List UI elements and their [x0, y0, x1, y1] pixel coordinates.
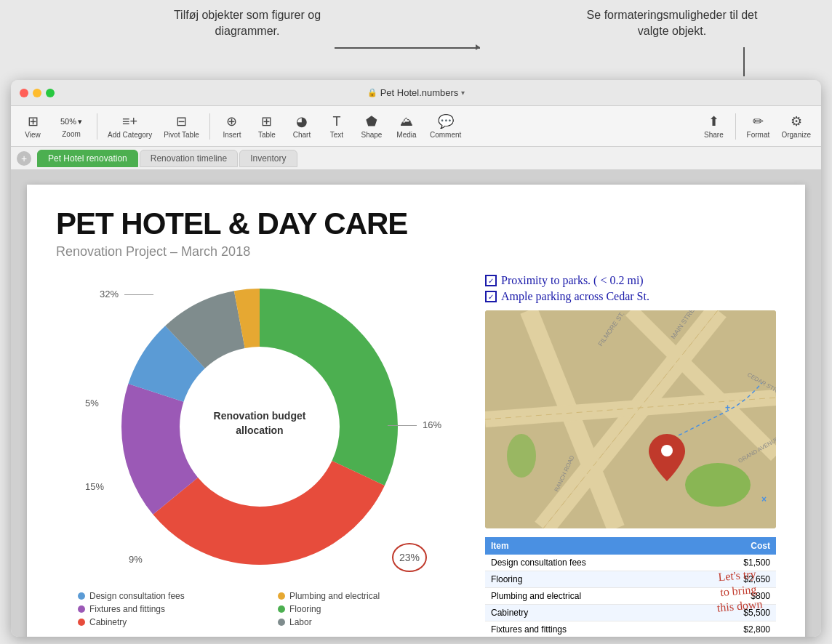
- pivot-table-label: Pivot Table: [164, 131, 199, 139]
- tabsbar: + Pet Hotel renovation Renovation timeli…: [11, 147, 821, 170]
- format-icon: ✏: [753, 113, 764, 129]
- chart-label: Chart: [293, 131, 311, 139]
- numbers-window: 🔒 Pet Hotel.numbers ▾ ⊞ View 50% ▾ Zoom …: [11, 80, 821, 637]
- titlebar: 🔒 Pet Hotel.numbers ▾: [11, 80, 821, 106]
- annotation-line-right: [743, 47, 745, 76]
- share-label: Share: [704, 131, 724, 139]
- comment-button[interactable]: 💬 Comment: [425, 110, 465, 142]
- map-svg: FILMORE ST. MAIN STREET CEDAR STREET RAN…: [485, 310, 776, 528]
- svg-text:×: ×: [761, 494, 767, 504]
- legend-item: Fixtures and fittings: [78, 604, 263, 614]
- canvas: PET HOTEL & DAY CARE Renovation Project …: [11, 170, 821, 637]
- legend-label: Design consultation fees: [89, 591, 185, 601]
- table-header-cost: Cost: [692, 537, 776, 555]
- hw-text-2: Ample parking across Cedar St.: [501, 290, 649, 303]
- hw-annotation: Let's try to bring this down: [714, 566, 764, 616]
- svg-text:allocation: allocation: [236, 424, 283, 436]
- legend-dot: [278, 619, 285, 626]
- window-title: 🔒 Pet Hotel.numbers ▾: [367, 87, 465, 98]
- table-button[interactable]: ⊞ Table: [251, 110, 283, 142]
- hw-checkbox-2[interactable]: ✓: [485, 291, 497, 302]
- legend-label: Flooring: [289, 604, 321, 614]
- title-chevron-icon[interactable]: ▾: [461, 89, 465, 97]
- shape-label: Shape: [361, 131, 382, 139]
- hw-line-2: ✓ Ample parking across Cedar St.: [485, 290, 776, 303]
- tab-renovation-timeline[interactable]: Renovation timeline: [140, 150, 238, 167]
- hw-line-1: ✓ Proximity to parks. ( < 0.2 mi): [485, 274, 776, 287]
- donut-chart[interactable]: Renovation budget allocation 32% 5%: [107, 274, 412, 579]
- handwriting-notes: ✓ Proximity to parks. ( < 0.2 mi) ✓ Ampl…: [485, 274, 776, 303]
- tab-inventory[interactable]: Inventory: [239, 150, 297, 167]
- hw-checkbox-1[interactable]: ✓: [485, 275, 497, 286]
- table-cell-item: Cabinetry: [485, 605, 692, 621]
- close-button[interactable]: [20, 89, 28, 97]
- share-button[interactable]: ⬆ Share: [697, 110, 729, 142]
- shape-icon: ⬟: [366, 113, 377, 129]
- legend-item: Flooring: [278, 604, 463, 614]
- add-category-label: Add Category: [108, 131, 152, 139]
- chart-button[interactable]: ◕ Chart: [286, 110, 318, 142]
- legend-dot: [78, 605, 85, 613]
- table-cell-cost: $2,800: [692, 621, 776, 637]
- format-button[interactable]: ✏ Format: [742, 110, 774, 142]
- insert-label: Insert: [223, 131, 241, 139]
- tab-pet-hotel-renovation[interactable]: Pet Hotel renovation: [37, 150, 138, 167]
- add-category-icon: ≡+: [122, 114, 137, 129]
- pivot-table-icon: ⊟: [176, 113, 187, 129]
- svg-point-19: [507, 434, 536, 478]
- divider-1: [97, 113, 97, 140]
- legend-item: Cabinetry: [78, 617, 263, 627]
- svg-text:+: +: [725, 403, 730, 413]
- organize-button[interactable]: ⚙ Organize: [777, 110, 815, 142]
- view-icon: ⊞: [28, 113, 39, 129]
- organize-label: Organize: [781, 131, 811, 139]
- legend-item: Plumbing and electrical: [278, 591, 463, 601]
- legend-item: Labor: [278, 617, 463, 627]
- legend-dot: [278, 605, 285, 613]
- media-icon: ⛰: [400, 114, 413, 129]
- chart-legend: Design consultation feesPlumbing and ele…: [56, 591, 463, 627]
- insert-button[interactable]: ⊕ Insert: [216, 110, 248, 142]
- right-column: ✓ Proximity to parks. ( < 0.2 mi) ✓ Ampl…: [485, 274, 776, 637]
- chart-icon: ◕: [296, 113, 308, 129]
- view-label: View: [25, 131, 41, 139]
- title-text: Pet Hotel.numbers: [380, 87, 459, 98]
- zoom-button[interactable]: 50% ▾ Zoom: [52, 112, 91, 141]
- zoom-value: 50%: [60, 117, 76, 126]
- legend-item: Design consultation fees: [78, 591, 263, 601]
- table-icon: ⊞: [261, 113, 272, 129]
- svg-point-18: [685, 463, 751, 507]
- document-subtitle: Renovation Project – March 2018: [56, 244, 776, 259]
- view-button[interactable]: ⊞ View: [17, 110, 49, 142]
- legend-label: Fixtures and fittings: [89, 604, 165, 614]
- map-container: FILMORE ST. MAIN STREET CEDAR STREET RAN…: [485, 310, 776, 528]
- lock-icon: 🔒: [367, 88, 377, 97]
- text-label: Text: [330, 131, 343, 139]
- add-sheet-button[interactable]: +: [17, 151, 31, 166]
- legend-label: Cabinetry: [89, 617, 127, 627]
- media-button[interactable]: ⛰ Media: [391, 111, 423, 142]
- text-button[interactable]: T Text: [321, 111, 353, 142]
- table-cell-item: Plumbing and electrical: [485, 588, 692, 605]
- legend-dot: [78, 592, 85, 600]
- document-title: PET HOTEL & DAY CARE: [56, 206, 776, 241]
- minimize-button[interactable]: [33, 89, 41, 97]
- add-category-button[interactable]: ≡+ Add Category: [103, 111, 156, 142]
- left-column: Renovation budget allocation 32% 5%: [56, 274, 463, 637]
- svg-point-28: [661, 445, 673, 456]
- divider-3: [735, 113, 736, 140]
- table-row: Fixtures and fittings$2,800: [485, 621, 776, 637]
- annotation-line-left: [335, 47, 480, 49]
- pivot-table-button[interactable]: ⊟ Pivot Table: [159, 110, 204, 142]
- maximize-button[interactable]: [46, 89, 55, 97]
- document-body: Renovation budget allocation 32% 5%: [56, 274, 776, 637]
- share-icon: ⬆: [708, 113, 719, 129]
- zoom-control[interactable]: 50% ▾: [56, 115, 87, 129]
- svg-text:Renovation budget: Renovation budget: [214, 410, 306, 422]
- organize-icon: ⚙: [791, 113, 802, 129]
- comment-label: Comment: [430, 131, 461, 139]
- chart-svg: Renovation budget allocation: [107, 274, 412, 579]
- hw-text-1: Proximity to parks. ( < 0.2 mi): [501, 274, 644, 287]
- shape-button[interactable]: ⬟ Shape: [356, 110, 388, 142]
- toolbar: ⊞ View 50% ▾ Zoom ≡+ Add Category ⊟ Pivo…: [11, 106, 821, 147]
